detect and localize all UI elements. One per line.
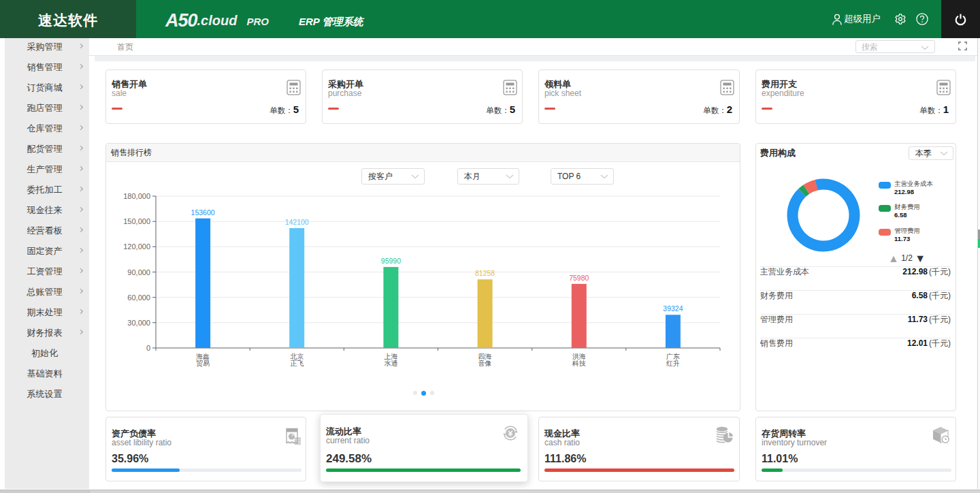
svg-text:75980: 75980 xyxy=(569,274,589,282)
svg-text:科技: 科技 xyxy=(572,360,586,367)
svg-text:153600: 153600 xyxy=(191,208,215,217)
svg-text:120,000: 120,000 xyxy=(123,242,150,251)
svg-text:30,000: 30,000 xyxy=(127,319,150,327)
svg-text:正飞: 正飞 xyxy=(290,360,304,367)
svg-text:39324: 39324 xyxy=(663,304,683,313)
svg-text:142100: 142100 xyxy=(285,218,309,226)
svg-text:95990: 95990 xyxy=(381,257,401,265)
svg-text:60,000: 60,000 xyxy=(127,293,150,302)
svg-text:180,000: 180,000 xyxy=(123,192,150,200)
svg-text:水通: 水通 xyxy=(384,360,397,367)
svg-text:贸易: 贸易 xyxy=(196,360,210,367)
svg-text:81258: 81258 xyxy=(475,269,495,277)
svg-text:红升: 红升 xyxy=(666,360,680,367)
svg-text:90,000: 90,000 xyxy=(127,268,150,276)
svg-text:音像: 音像 xyxy=(478,360,492,367)
svg-text:0: 0 xyxy=(146,344,150,352)
svg-text:150,000: 150,000 xyxy=(123,217,150,225)
